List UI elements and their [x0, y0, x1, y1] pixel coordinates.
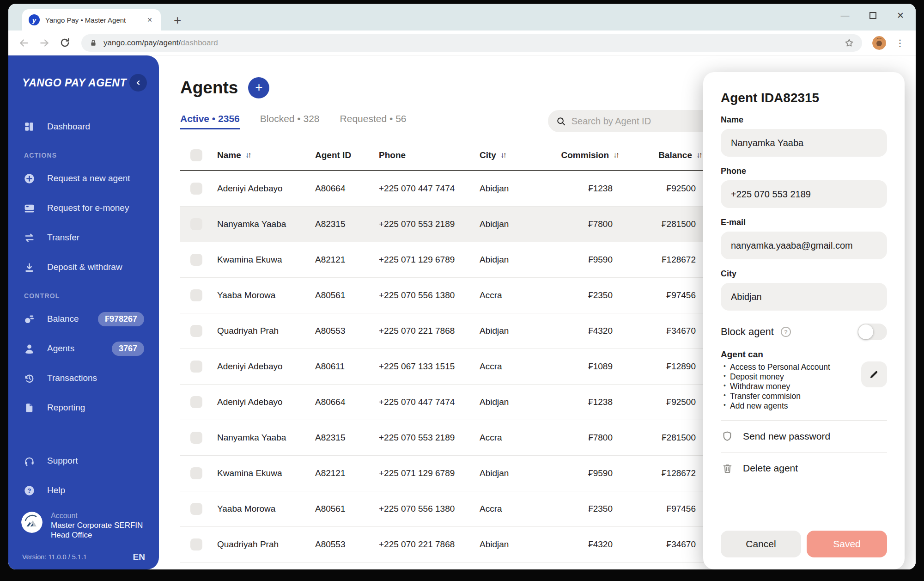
sidebar-item-balance[interactable]: Balance ₣978267 [20, 308, 147, 330]
row-checkbox[interactable] [190, 503, 202, 515]
table-row[interactable]: Yaaba MorowaA80561+225 070 556 1380Accra… [180, 491, 704, 527]
new-tab-button[interactable]: + [174, 14, 181, 27]
tab-close-icon[interactable]: ✕ [145, 15, 154, 24]
table-row[interactable]: Quadriyah PrahA80553+225 070 221 7868Abi… [180, 527, 704, 563]
row-checkbox[interactable] [190, 254, 202, 266]
sidebar-item-transfer[interactable]: Transfer [20, 226, 147, 249]
sidebar-item-agents[interactable]: Agents 3767 [20, 337, 147, 360]
row-checkbox[interactable] [190, 467, 202, 479]
city-field[interactable] [721, 283, 887, 311]
cancel-button[interactable]: Cancel [721, 531, 801, 557]
row-checkbox[interactable] [190, 218, 202, 230]
browser-tab[interactable]: y Yango Pay • Master Agent ✕ [22, 9, 161, 31]
cell-phone: +225 070 556 1380 [371, 504, 472, 514]
table-row[interactable]: Kwamina EkuwaA82121+225 071 129 6789Abid… [180, 242, 704, 278]
row-checkbox[interactable] [190, 289, 202, 301]
person-icon [23, 342, 35, 355]
table-row[interactable]: Yaaba MorowaA80561+225 070 556 1380Accra… [180, 278, 704, 313]
phone-field[interactable] [721, 180, 887, 208]
sidebar-item-transactions[interactable]: Transactions [20, 367, 147, 389]
column-header-balance[interactable]: Balance↓↑ [621, 150, 704, 160]
name-field-label: Name [721, 115, 887, 125]
minimize-button[interactable]: — [840, 10, 850, 20]
panel-title: Agent IDA82315 [721, 91, 887, 105]
sidebar-collapse-button[interactable] [129, 74, 147, 92]
question-circle-icon[interactable]: ? [780, 326, 792, 338]
table-row[interactable]: Nanyamka YaabaA82315+225 070 553 2189Abi… [180, 207, 704, 242]
url-bar[interactable]: yango.com/pay/agent/dashboard [81, 34, 862, 52]
table-row[interactable]: Nanyamka YaabaA82315+225 070 553 2189Acc… [180, 420, 704, 456]
sort-icon: ↓↑ [696, 151, 703, 160]
edit-permissions-button[interactable] [861, 361, 887, 387]
cell-balance: ₣281500 [621, 219, 704, 229]
cell-name: Kwamina Ekuwa [210, 468, 308, 478]
account-logo-icon [21, 512, 43, 533]
tab-active[interactable]: Active • 2356 [180, 113, 240, 129]
select-all-checkbox[interactable] [190, 149, 202, 161]
delete-agent-action[interactable]: Delete agent [721, 462, 887, 475]
table-row[interactable]: Adeniyi AdebayoA80664+225 070 447 7474Ab… [180, 385, 704, 420]
cell-commission: ₣1089 [551, 361, 621, 372]
pencil-icon [869, 369, 879, 379]
sidebar-item-label: Request for e-money [47, 203, 144, 213]
forward-button[interactable] [38, 37, 51, 49]
browser-menu-icon[interactable]: ⋮ [894, 37, 906, 49]
row-checkbox[interactable] [190, 325, 202, 337]
column-header-commission[interactable]: Commision↓↑ [551, 150, 621, 160]
sidebar-item-deposit-withdraw[interactable]: Deposit & withdraw [20, 256, 147, 278]
column-header-agent-id[interactable]: Agent ID [308, 150, 371, 160]
tab-requested[interactable]: Requested • 56 [340, 113, 407, 129]
sidebar-item-label: Support [47, 456, 144, 466]
coins-icon [23, 313, 35, 325]
cell-city: Accra [472, 433, 551, 443]
table-row[interactable]: Quadriyah PrahA80553+225 070 221 7868Abi… [180, 313, 704, 349]
row-checkbox[interactable] [190, 538, 202, 550]
cell-name: Quadriyah Prah [210, 539, 308, 550]
sidebar-item-request-agent[interactable]: Request a new agent [20, 167, 147, 190]
table-row[interactable]: Adeniyi AdebayoA80611+225 067 133 1515Ac… [180, 349, 704, 385]
bookmark-star-icon[interactable] [844, 37, 855, 49]
reload-button[interactable] [58, 37, 71, 49]
column-header-name[interactable]: Name↓↑ [210, 150, 308, 160]
profile-avatar[interactable] [872, 36, 886, 50]
row-checkbox[interactable] [190, 361, 202, 373]
row-checkbox-cell [180, 325, 210, 337]
sort-icon: ↓↑ [613, 151, 620, 160]
block-agent-toggle[interactable] [857, 324, 887, 340]
saved-button[interactable]: Saved [807, 531, 887, 557]
search-box[interactable] [548, 110, 720, 132]
cell-phone: +225 070 221 7868 [371, 539, 472, 550]
back-button[interactable] [18, 37, 30, 49]
close-window-button[interactable]: ✕ [895, 10, 906, 20]
row-checkbox-cell [180, 361, 210, 373]
add-agent-button[interactable]: + [248, 77, 269, 98]
row-checkbox[interactable] [190, 396, 202, 408]
cell-balance: ₣34670 [621, 539, 704, 550]
column-header-phone[interactable]: Phone [371, 150, 472, 160]
table-row[interactable]: Kwamina EkuwaA82121+225 071 129 6789Abid… [180, 456, 704, 491]
sidebar-item-label: Reporting [47, 403, 144, 413]
search-icon [556, 116, 566, 127]
lock-icon [89, 38, 98, 48]
sidebar-item-help[interactable]: ? Help [20, 479, 147, 501]
account-block[interactable]: Account Master Corporate SERFIN Head Off… [20, 512, 147, 540]
tab-blocked[interactable]: Blocked • 328 [260, 113, 320, 129]
row-checkbox[interactable] [190, 183, 202, 195]
column-header-city[interactable]: City↓↑ [472, 150, 551, 160]
cell-balance: ₣281500 [621, 433, 704, 443]
maximize-button[interactable] [868, 10, 878, 20]
sidebar-item-reporting[interactable]: Reporting [20, 397, 147, 419]
sidebar-item-support[interactable]: Support [20, 450, 147, 472]
agent-detail-panel: Agent IDA82315 Name Phone E-mail City Bl… [703, 72, 905, 569]
row-checkbox-cell [180, 218, 210, 230]
sidebar-item-request-emoney[interactable]: Request for e-money [20, 197, 147, 219]
send-password-action[interactable]: Send new password [721, 430, 887, 443]
search-input[interactable] [571, 116, 711, 127]
name-field[interactable] [721, 129, 887, 157]
sidebar-item-dashboard[interactable]: Dashboard [20, 116, 147, 138]
language-switcher[interactable]: EN [133, 552, 145, 562]
table-row[interactable]: Adeniyi AdebayoA80664+225 070 447 7474Ab… [180, 171, 704, 207]
cell-agent-id: A80664 [308, 397, 371, 407]
row-checkbox[interactable] [190, 432, 202, 444]
email-field[interactable] [721, 232, 887, 259]
